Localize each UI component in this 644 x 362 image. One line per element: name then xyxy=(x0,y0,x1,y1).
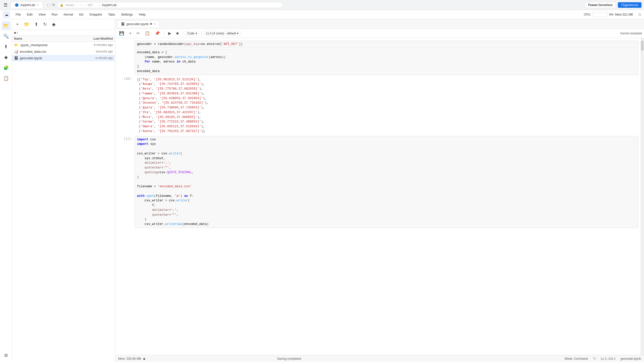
back-icon[interactable]: ‹ xyxy=(47,3,48,7)
unsaved-dot xyxy=(150,23,152,25)
file-modified-csv: seconds ago xyxy=(68,50,113,53)
file-item-csv[interactable]: 📊 encoded_data.csv seconds ago xyxy=(12,48,115,55)
file-list-header: Name Last Modified xyxy=(12,36,115,42)
paste-btn[interactable]: 📌 xyxy=(153,30,162,37)
address-path2: · · · SDF · · · xyxy=(83,4,98,7)
notebook-scrollbar[interactable] xyxy=(640,38,644,355)
sidebar-settings-btn[interactable]: ⚙ xyxy=(2,351,11,360)
tab-notebook-icon: 📓 xyxy=(121,22,125,26)
save-status: Saving completed xyxy=(277,357,301,360)
file-item-checkpoints[interactable]: 📁 .ipynb_checkpoints 8 minutes ago xyxy=(12,42,115,48)
menu-file[interactable]: File xyxy=(13,12,23,17)
toolbar-separator-3 xyxy=(201,31,202,36)
save-btn[interactable]: 💾 xyxy=(117,30,126,37)
browser-menu-icon[interactable]: ☰ xyxy=(3,1,9,9)
forward-icon[interactable]: › xyxy=(50,3,51,7)
tab-close-btn[interactable]: ✕ xyxy=(154,22,156,26)
menu-edit[interactable]: Edit xyxy=(24,12,35,17)
menu-view[interactable]: View xyxy=(36,12,48,17)
cell-code-encoded[interactable]: encoded_data = [ (name, geocoder.adress_… xyxy=(135,49,638,75)
menu-tabs[interactable]: Tabs xyxy=(106,12,117,17)
new-file-btn[interactable]: + xyxy=(14,21,21,28)
menu-kernel[interactable]: Kernel xyxy=(61,12,76,17)
notebook-icon: 📓 xyxy=(14,56,18,60)
cell-code-init[interactable]: geocoder = randexGeocoder(api_key=os.env… xyxy=(135,41,638,48)
file-item-notebook[interactable]: 📓 geocoder.ipynb a minute ago xyxy=(12,55,115,61)
kernel-chevron: ▾ xyxy=(237,32,239,35)
menu-help[interactable]: Help xyxy=(136,12,148,17)
browser-bar: ☰ 🔵 JupyterLab ✕ ‹ › ↻ 🔒 Yandex · · · › … xyxy=(0,0,644,10)
sidebar-files-btn[interactable]: 📁 xyxy=(2,21,11,30)
mem-status: Mem: 320.66 MB xyxy=(118,357,141,360)
mode-label: Mode: Command xyxy=(565,357,588,360)
trusted-icon: 🛡 xyxy=(593,357,596,360)
serverless-button[interactable]: Режим Serverless xyxy=(585,2,616,8)
scrollbar-thumb[interactable] xyxy=(641,41,643,51)
sidebar-table-btn[interactable]: 📋 xyxy=(2,74,11,83)
icon-sidebar: 📁 🔍 ⬆ ◆ 🧩 📋 ⚙ xyxy=(0,19,12,362)
tab-icon: 🔵 xyxy=(15,3,19,7)
file-name-notebook: geocoder.ipynb xyxy=(20,56,68,60)
sidebar-search-btn[interactable]: 🔍 xyxy=(2,32,11,41)
status-right: Mode: Command 🛡 Ln 1, Col 1 geocoder.ipy… xyxy=(565,357,641,360)
address-sep1: › xyxy=(80,3,81,7)
cell-type-select[interactable]: Code ▾ xyxy=(185,31,199,36)
ln-col-label: Ln 1, Col 1 xyxy=(601,357,616,360)
menu-git[interactable]: Git xyxy=(77,12,86,17)
run-btn[interactable]: ▶ xyxy=(166,30,173,37)
sidebar-git-btn[interactable]: ◆ xyxy=(2,53,11,62)
address-bar[interactable]: 🔒 Yandex · · · › · · · SDF · · · › Jupyt… xyxy=(57,2,283,8)
upload-btn[interactable]: ⬆ xyxy=(32,21,40,28)
file-toolbar: + 📁 ⬆ ↻ ◆ xyxy=(12,19,115,30)
share-network-icon[interactable]: ⬡ xyxy=(638,13,641,16)
toolbar-separator-2 xyxy=(183,31,183,36)
refresh-icon[interactable]: ↻ xyxy=(52,3,55,7)
status-bar: Mem: 320.66 MB ◆ Saving completed Mode: … xyxy=(115,355,644,362)
cells-container[interactable]: geocoder = randexGeocoder(api_key=os.env… xyxy=(115,38,640,355)
cpu-pct: 0% xyxy=(609,13,613,16)
sidebar-extensions-btn[interactable]: 🧩 xyxy=(2,63,11,72)
cell-number-encoded xyxy=(117,49,135,75)
mem-label: Mem:321 MB xyxy=(615,13,633,16)
notebook-tabs: 📓 geocoder.ipynb ✕ xyxy=(115,19,644,29)
cut-btn[interactable]: ✂ xyxy=(134,30,142,37)
cell-encoded-data: encoded_data = [ (name, geocoder.adress_… xyxy=(115,48,640,76)
tab-close-icon[interactable]: ✕ xyxy=(36,4,39,7)
git-panel-btn[interactable]: ◆ xyxy=(50,21,58,28)
stop-btn[interactable]: ■ xyxy=(174,30,181,37)
git-status-icon: ◆ xyxy=(143,357,145,360)
cell-number-10: [10]: xyxy=(117,76,135,135)
copy-btn[interactable]: 📋 xyxy=(143,30,152,37)
cell-number-11: [11]: xyxy=(117,136,135,228)
breadcrumb-root[interactable]: ■ / xyxy=(14,31,18,35)
cpu-input[interactable] xyxy=(592,12,608,17)
file-modified-checkpoints: 8 minutes ago xyxy=(68,43,113,47)
menu-run[interactable]: Run xyxy=(49,12,60,17)
new-folder-btn[interactable]: 📁 xyxy=(22,21,31,28)
kernel-select[interactable]: c1.4 (4 cores) - default ▾ xyxy=(204,31,241,36)
add-cell-btn[interactable]: + xyxy=(127,30,133,37)
notebook-tab[interactable]: 📓 geocoder.ipynb ✕ xyxy=(117,20,160,27)
tab-title: JupyterLab xyxy=(20,3,35,7)
share-button[interactable]: Поделиться xyxy=(618,2,641,8)
main-layout: 📁 🔍 ⬆ ◆ 🧩 📋 ⚙ + 📁 ⬆ ↻ ◆ ■ / Name Last Mo… xyxy=(0,19,644,362)
file-name-checkpoints: .ipynb_checkpoints xyxy=(20,43,68,47)
address-jupyter: JupyterLab xyxy=(102,3,117,7)
browser-tab[interactable]: 🔵 JupyterLab ✕ xyxy=(11,2,43,8)
sidebar-upload-btn[interactable]: ⬆ xyxy=(2,42,11,51)
address-lock-icon: 🔒 xyxy=(60,3,64,7)
menu-settings[interactable]: Settings xyxy=(118,12,135,17)
cell-geocoder-init: geocoder = randexGeocoder(api_key=os.env… xyxy=(115,40,640,48)
cell-csv-code: [11]: import csv import sys csv_writer =… xyxy=(115,136,640,228)
app-logo: ☁ xyxy=(3,11,10,18)
app-menubar: ☁ File Edit View Run Kernel Git Snippets… xyxy=(0,10,644,19)
col-name-header: Name xyxy=(14,37,68,40)
notebook-area: 📓 geocoder.ipynb ✕ 💾 + ✂ 📋 📌 ▶ ■ Code ▾ xyxy=(115,19,644,362)
menu-snippets[interactable]: Snippets xyxy=(87,12,105,17)
refresh-btn[interactable]: ↻ xyxy=(41,21,49,28)
cell-output-10: [10]: [('Тау', '[55.861615,37.513134]'),… xyxy=(115,76,640,136)
notebook-body: geocoder = randexGeocoder(api_key=os.env… xyxy=(115,38,644,355)
file-modified-notebook: a minute ago xyxy=(68,56,113,60)
cell-code-csv[interactable]: import csv import sys csv_writer = csv.w… xyxy=(135,136,638,228)
file-panel: + 📁 ⬆ ↻ ◆ ■ / Name Last Modified 📁 .ipyn… xyxy=(12,19,115,362)
